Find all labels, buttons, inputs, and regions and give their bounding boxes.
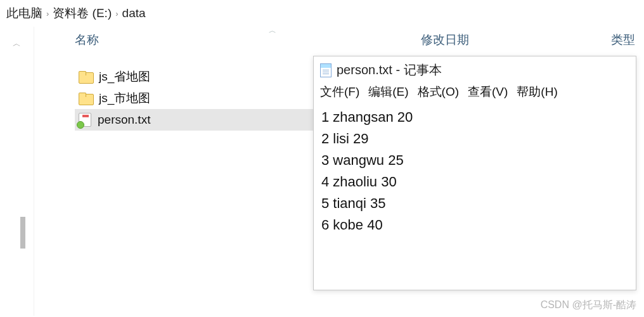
menu-help[interactable]: 帮助(H) (517, 84, 557, 100)
list-item[interactable]: person.txt (75, 109, 341, 131)
watermark: CSDN @托马斯-酷涛 (541, 299, 636, 312)
scroll-thumb[interactable] (20, 217, 25, 249)
scroll-up-icon[interactable]: ︿ (13, 38, 21, 49)
column-date[interactable]: 修改日期 (417, 32, 607, 48)
file-label: person.txt (98, 113, 150, 127)
sort-indicator-icon: ︿ (269, 25, 276, 36)
notepad-titlebar[interactable]: person.txt - 记事本 (314, 56, 636, 81)
file-label: js_市地图 (99, 90, 150, 107)
notepad-menubar: 文件(F) 编辑(E) 格式(O) 查看(V) 帮助(H) (314, 81, 636, 105)
chevron-right-icon: › (115, 9, 118, 18)
menu-view[interactable]: 查看(V) (468, 84, 508, 100)
breadcrumb-item[interactable]: data (122, 6, 146, 20)
file-label: js_省地图 (99, 68, 150, 85)
folder-icon (79, 71, 93, 82)
chevron-right-icon: › (46, 9, 49, 18)
breadcrumb[interactable]: 此电脑 › 资料卷 (E:) › data (0, 0, 644, 27)
column-headers: ︿ 名称 修改日期 类型 (34, 27, 644, 53)
menu-edit[interactable]: 编辑(E) (368, 84, 408, 100)
text-file-icon (79, 113, 91, 127)
folder-icon (79, 93, 93, 104)
breadcrumb-item[interactable]: 资料卷 (E:) (53, 5, 112, 22)
menu-format[interactable]: 格式(O) (418, 84, 459, 100)
notepad-icon (320, 63, 332, 77)
menu-file[interactable]: 文件(F) (320, 84, 359, 100)
notepad-window[interactable]: person.txt - 记事本 文件(F) 编辑(E) 格式(O) 查看(V)… (313, 56, 636, 290)
notepad-text-area[interactable]: 1 zhangsan 20 2 lisi 29 3 wangwu 25 4 zh… (314, 105, 636, 238)
tree-scrollbar[interactable]: ︿ (0, 27, 34, 316)
breadcrumb-item[interactable]: 此电脑 (6, 5, 42, 22)
column-name[interactable]: 名称 (75, 32, 417, 48)
window-title: person.txt - 记事本 (337, 61, 442, 79)
column-type[interactable]: 类型 (607, 32, 644, 48)
